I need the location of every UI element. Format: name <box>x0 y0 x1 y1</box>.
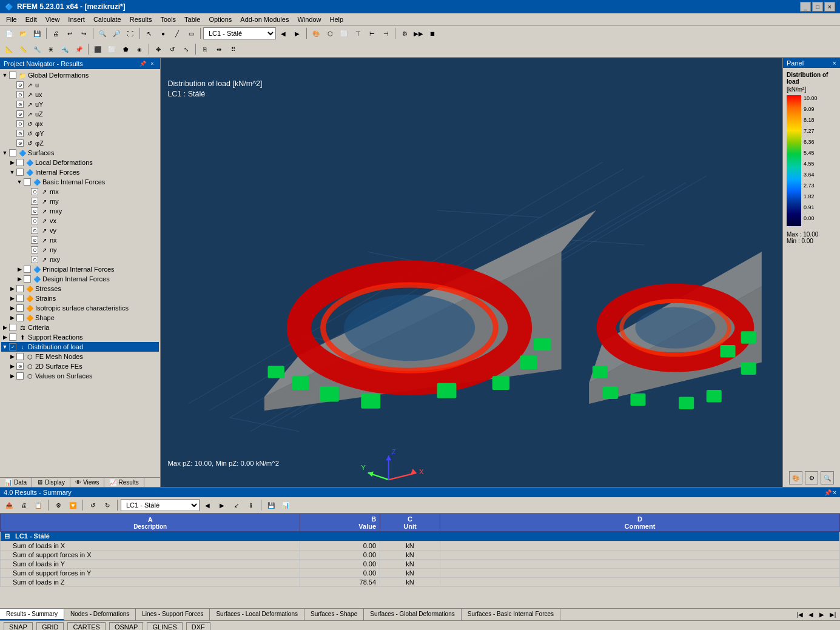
cb-nxy[interactable]: ⊙ <box>31 256 38 263</box>
tree-values-surfaces[interactable]: ▶ ⬡ Values on Surfaces <box>1 371 159 381</box>
tree-2d-surface[interactable]: ▶ ⊙ ⬡ 2D Surface FEs <box>1 361 159 371</box>
cb-nx[interactable]: ⊙ <box>31 236 38 244</box>
expand-stresses[interactable]: ▶ <box>8 285 16 292</box>
expand-isotropic[interactable]: ▶ <box>8 304 16 312</box>
expand-shape[interactable]: ▶ <box>8 314 16 321</box>
cb-fe-mesh[interactable] <box>16 353 24 360</box>
status-dxf[interactable]: DXF <box>186 622 210 631</box>
tab-nav-first[interactable]: |◀ <box>795 610 805 620</box>
tree-strains[interactable]: ▶ 🔶 Strains <box>1 293 159 303</box>
bt-next[interactable]: ▶ <box>215 498 229 512</box>
tree-mx[interactable]: ⊙ ↗ mx <box>1 187 159 196</box>
tb-line[interactable]: ╱ <box>170 27 184 40</box>
cb-global-def[interactable] <box>9 72 16 79</box>
cb-u[interactable]: ⊙ <box>16 81 24 89</box>
tb2-rotate[interactable]: ↺ <box>166 42 179 56</box>
bt-copy[interactable]: 📋 <box>32 498 45 512</box>
menu-insert[interactable]: Insert <box>64 15 89 24</box>
tab-surfaces-basic-if[interactable]: Surfaces - Basic Internal Forces <box>462 609 560 620</box>
menu-edit[interactable]: Edit <box>22 15 41 24</box>
tb-save[interactable]: 💾 <box>30 27 44 40</box>
bottom-close-btn[interactable]: × <box>833 489 836 496</box>
tree-ny[interactable]: ⊙ ↗ ny <box>1 245 159 255</box>
tb-undo[interactable]: ↩ <box>63 27 76 40</box>
tb-calculate-all[interactable]: ▶▶ <box>412 27 425 40</box>
cb-stresses[interactable] <box>16 285 24 292</box>
cb-dist-load[interactable]: ✓ <box>9 343 16 350</box>
cb-mxy[interactable]: ⊙ <box>31 207 38 215</box>
cb-phix[interactable]: ⊙ <box>16 120 24 127</box>
menu-help[interactable]: Help <box>326 15 348 24</box>
cb-int-forces[interactable] <box>16 169 24 176</box>
tab-results-summary[interactable]: Results - Summary <box>0 609 64 620</box>
tb-select[interactable]: ↖ <box>143 27 156 40</box>
bt-export2[interactable]: 💾 <box>264 498 278 512</box>
tree-ux[interactable]: ⊙ ↗ ux <box>1 90 159 99</box>
tree-uy[interactable]: ⊙ ↗ uY <box>1 99 159 109</box>
tab-views[interactable]: 👁 Views <box>70 478 105 487</box>
tree-principal-if[interactable]: ▶ 🔷 Principal Internal Forces <box>1 264 159 274</box>
bt-excel[interactable]: 📊 <box>279 498 292 512</box>
cb-my[interactable]: ⊙ <box>31 198 38 205</box>
tb2-btn4[interactable]: ⛯ <box>44 42 58 56</box>
cb-phiz[interactable]: ⊙ <box>16 139 24 147</box>
cb-ux[interactable]: ⊙ <box>16 91 24 98</box>
tree-vx[interactable]: ⊙ ↗ vx <box>1 216 159 226</box>
cb-strains[interactable] <box>16 295 24 302</box>
cb-principal-if[interactable] <box>24 266 31 273</box>
viewport-area[interactable]: X Y Z Distribution of load [kN/m^2] LC1 … <box>161 58 782 487</box>
expand-surfaces[interactable]: ▼ <box>1 149 8 156</box>
tb-zoom-all[interactable]: ⛶ <box>124 27 137 40</box>
tb-top[interactable]: ⊤ <box>351 27 365 40</box>
tb2-btn2[interactable]: 📏 <box>16 42 30 56</box>
bt-update[interactable]: ↻ <box>101 498 114 512</box>
tab-lines-support-forces[interactable]: Lines - Support Forces <box>136 609 210 620</box>
tree-distribution-load[interactable]: ▼ ✓ ↓ Distribution of load <box>1 342 159 352</box>
status-snap[interactable]: SNAP <box>4 622 33 631</box>
tree-support-reactions[interactable]: ▶ ⬆ Support Reactions <box>1 332 159 342</box>
tb-settings[interactable]: ⚙ <box>398 27 411 40</box>
tree-phix[interactable]: ⊙ ↺ φx <box>1 119 159 129</box>
cb-design-if[interactable] <box>24 275 31 283</box>
tb2-btn3[interactable]: 🔧 <box>30 42 44 56</box>
tab-nav-last[interactable]: ▶| <box>828 610 838 620</box>
tree-local-def[interactable]: ▶ 🔷 Local Deformations <box>1 158 159 167</box>
cb-ny[interactable]: ⊙ <box>31 246 38 253</box>
tb-stop[interactable]: ⏹ <box>426 27 439 40</box>
bt-filter[interactable]: 🔽 <box>66 498 79 512</box>
menu-addon[interactable]: Add-on Modules <box>237 15 292 24</box>
menu-calculate[interactable]: Calculate <box>90 15 125 24</box>
title-bar-controls[interactable]: _ □ × <box>800 2 835 12</box>
menu-options[interactable]: Options <box>205 15 235 24</box>
tb2-btn10[interactable]: ◈ <box>133 42 146 56</box>
expand-int-forces[interactable]: ▼ <box>8 169 16 176</box>
menu-file[interactable]: File <box>2 15 21 24</box>
tree-global-deformations[interactable]: ▼ 📁 Global Deformations <box>1 70 159 80</box>
expand-2d-surface[interactable]: ▶ <box>8 363 16 370</box>
tree-fe-mesh[interactable]: ▶ ⬡ FE Mesh Nodes <box>1 352 159 361</box>
tb2-array[interactable]: ⠿ <box>226 42 240 56</box>
bt-export[interactable]: 📤 <box>2 498 16 512</box>
tree-design-if[interactable]: ▶ 🔷 Design Internal Forces <box>1 274 159 284</box>
legend-color-btn[interactable]: 🎨 <box>789 471 802 484</box>
tab-data[interactable]: 📊 Data <box>0 478 32 487</box>
tb2-move[interactable]: ✥ <box>152 42 165 56</box>
tb2-btn1[interactable]: 📐 <box>2 42 16 56</box>
menu-view[interactable]: View <box>42 15 64 24</box>
tree-shape[interactable]: ▶ 🔶 Shape <box>1 313 159 323</box>
tb-redo[interactable]: ↪ <box>77 27 90 40</box>
bt-settings2[interactable]: ⚙ <box>52 498 65 512</box>
lc-dropdown[interactable]: LC1 - Stálé <box>203 27 276 39</box>
tab-surfaces-shape[interactable]: Surfaces - Shape <box>304 609 364 620</box>
bt-lc-list[interactable]: ↙ <box>230 498 243 512</box>
menu-window[interactable]: Window <box>294 15 324 24</box>
tb-print[interactable]: 🖨 <box>49 27 62 40</box>
cb-uz[interactable]: ⊙ <box>16 110 24 118</box>
tree-internal-forces[interactable]: ▼ 🔷 Internal Forces <box>1 167 159 177</box>
tree-basic-int-forces[interactable]: ▼ 🔷 Basic Internal Forces <box>1 177 159 187</box>
tb-front[interactable]: ⊢ <box>365 27 378 40</box>
left-panel-close[interactable]: × <box>148 59 156 68</box>
cb-phiy[interactable]: ⊙ <box>16 130 24 137</box>
expand-support-reactions[interactable]: ▶ <box>1 333 8 341</box>
bt-prev[interactable]: ◀ <box>201 498 214 512</box>
